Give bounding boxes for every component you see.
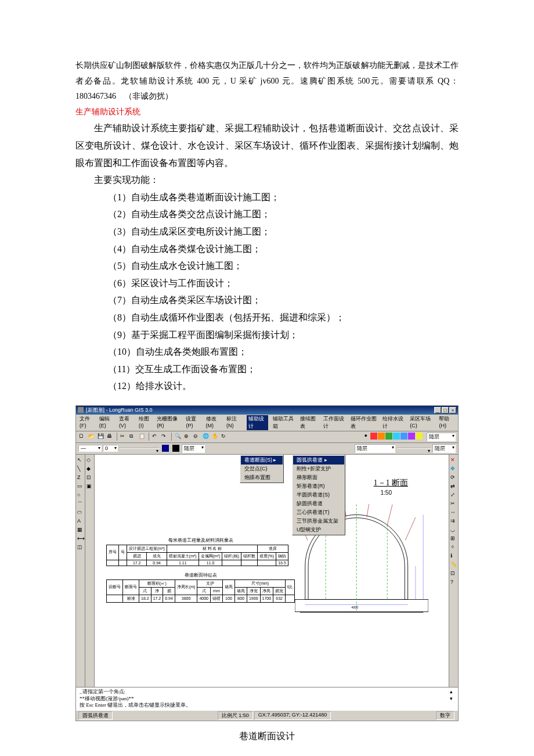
color-green[interactable] — [385, 433, 392, 440]
menu-file[interactable]: 文件(F) — [80, 415, 95, 430]
color-red[interactable] — [370, 433, 377, 440]
rotate-icon[interactable]: ⟳ — [450, 474, 457, 481]
submenu1-item[interactable]: 炮眼布置图 — [241, 473, 283, 482]
scale-icon[interactable]: ⤢ — [450, 491, 457, 499]
color-orange[interactable] — [378, 433, 385, 440]
block-icon[interactable]: ◫ — [77, 543, 84, 551]
submenu1-item[interactable]: 交岔点(C) — [241, 465, 283, 473]
move-icon[interactable]: ✥ — [450, 465, 457, 473]
redo-icon[interactable]: ↷ — [161, 433, 169, 441]
menu-connection[interactable]: 接续图表 — [300, 415, 318, 430]
submenu2-item[interactable]: 三节拱形金属支架 — [293, 517, 344, 525]
command-line[interactable]: _请指定第一个角点: **移动视图(漫游/pan)** 按 Esc Enter … — [76, 687, 458, 710]
world-icon[interactable]: 🌐 — [202, 433, 210, 441]
copy-icon[interactable]: ⧉ — [129, 433, 137, 441]
hatch-icon[interactable]: ▦ — [77, 526, 84, 534]
poly-icon[interactable]: Z — [77, 474, 84, 481]
paste-icon[interactable]: 📋 — [138, 433, 146, 441]
menu-yard[interactable]: 采区车场(C) — [410, 415, 434, 430]
menu-toolbox[interactable]: 辅助工具箱 — [273, 415, 295, 430]
submenu2-item[interactable]: 缺圆拱巷道 — [293, 499, 344, 508]
submenu2-item[interactable]: 半圆拱巷道(S) — [293, 491, 344, 499]
trim-icon[interactable]: ✂ — [450, 500, 457, 507]
layer-color-icon[interactable] — [162, 445, 169, 452]
ellipse-icon[interactable]: ⬭ — [77, 509, 84, 516]
offset-icon[interactable]: ⇉ — [450, 517, 457, 525]
close-button[interactable]: × — [449, 407, 456, 413]
color-purple[interactable] — [408, 433, 415, 440]
status-bar: 圆弧拱巷道 比例尺 1:50 GX:7.495037; GY:-12.42148… — [76, 710, 458, 721]
menu-face[interactable]: 工作面设计 — [323, 415, 346, 430]
width-dropdown[interactable]: 0 — [103, 445, 118, 452]
open-icon[interactable]: 📂 — [88, 433, 96, 441]
print-icon[interactable]: 🖶 — [106, 433, 114, 441]
submenu1-item[interactable]: 巷道断面(S) ▸ — [241, 456, 283, 465]
zoom-icon[interactable]: 🔍 — [174, 433, 182, 441]
props-icon[interactable]: ℹ — [450, 552, 457, 560]
menu-label[interactable]: 标注(N) — [226, 415, 242, 430]
submenu2-item[interactable]: 梯形断面 — [293, 473, 344, 482]
cut-icon[interactable]: ✂ — [120, 433, 128, 441]
menu-auxdesign[interactable]: 辅助设计 — [247, 415, 268, 430]
zoom-out-icon[interactable]: ⊖ — [193, 433, 201, 441]
menu-raster[interactable]: 光栅图像(R) — [157, 415, 181, 430]
pointer-icon[interactable]: ↖ — [77, 456, 84, 464]
zoomext-icon[interactable]: ⊡ — [450, 570, 457, 577]
menu-help[interactable]: 帮助(H) — [439, 415, 454, 430]
menu-modify[interactable]: 修改(M) — [206, 415, 222, 430]
linetype-dropdown[interactable] — [119, 448, 160, 449]
array-icon[interactable]: ⊞ — [450, 535, 457, 542]
snap3-icon[interactable]: ⊡ — [86, 474, 93, 481]
help2-icon[interactable]: ? — [450, 578, 457, 586]
menu-draw[interactable]: 绘图(I) — [139, 415, 152, 430]
submenu2-item[interactable]: U型钢支护 — [293, 525, 344, 534]
color-yellow[interactable] — [416, 433, 423, 440]
submenu2-item[interactable]: 圆弧拱巷道 ▸ — [293, 456, 344, 465]
undo-icon[interactable]: ↶ — [151, 433, 160, 441]
color-cyan[interactable] — [393, 433, 400, 440]
extend-icon[interactable]: ↔ — [450, 509, 457, 516]
explode-icon[interactable]: ✧ — [450, 543, 457, 551]
fillet-icon[interactable]: ◡ — [450, 526, 457, 534]
left-toolbar: ↖ ╲ Z ▭ ○ ⌒ ⬭ A ▦ ⟷ ◫ — [76, 455, 85, 687]
line-icon[interactable]: ╲ — [77, 465, 84, 473]
new-icon[interactable]: 🗋 — [78, 433, 86, 441]
circle-icon[interactable]: ○ — [77, 491, 84, 499]
menu-drainage[interactable]: 给排水设计 — [383, 415, 405, 430]
layer-dropdown-4[interactable] — [396, 448, 431, 449]
menu-settings[interactable]: 设置(P) — [186, 415, 201, 430]
delete-icon[interactable]: ✕ — [450, 456, 457, 464]
pan-icon[interactable]: ✋ — [211, 433, 219, 441]
text-icon[interactable]: A — [77, 517, 84, 525]
rect-icon[interactable]: ▭ — [77, 483, 84, 490]
measure-icon[interactable]: 📏 — [450, 561, 457, 568]
layer-dropdown-1[interactable]: 随层 — [427, 433, 456, 441]
arc-icon[interactable]: ⌒ — [77, 500, 84, 507]
section-drawing-title: 1－1 断面 — [374, 478, 409, 488]
save-icon[interactable]: 💾 — [97, 433, 105, 441]
submenu2-item[interactable]: 矩形巷道(R) — [293, 482, 344, 491]
maximize-button[interactable]: □ — [442, 407, 449, 413]
menu-cycle[interactable]: 循环作业图表 — [351, 415, 378, 430]
submenu2-item[interactable]: 刚性+折梁支护 — [293, 465, 344, 473]
submenu2-item[interactable]: 三心拱巷道(T) — [293, 508, 344, 517]
refresh-icon[interactable]: ↻ — [221, 433, 229, 441]
menu-view[interactable]: 查看(V) — [119, 415, 134, 430]
layer-dropdown-3[interactable]: 随层 — [355, 444, 395, 453]
layer-dropdown-2[interactable]: 随层 — [182, 444, 205, 453]
color-blue[interactable] — [400, 433, 407, 440]
drawing-canvas[interactable]: 巷道断面(S) ▸ 交岔点(C) 炮眼布置图 圆弧拱巷道 ▸ 刚性+折梁支护 梯… — [95, 455, 449, 687]
scroll-up-icon[interactable]: ▴▾ — [448, 689, 454, 709]
snap-icon[interactable]: ◇ — [86, 456, 93, 464]
menu-edit[interactable]: 编辑(E) — [99, 415, 114, 430]
snap2-icon[interactable]: ◆ — [86, 465, 93, 473]
snap4-icon[interactable]: ▣ — [86, 483, 93, 490]
table-1: 序号 号 设计掘进工程量(m³) 材 料 名 称 道床 掘进填充 喷射混凝土(m… — [106, 545, 288, 566]
zoom-in-icon[interactable]: ⊕ — [183, 433, 192, 441]
mirror-icon[interactable]: ⇄ — [450, 483, 457, 490]
layer-color2-icon[interactable] — [172, 445, 179, 452]
minimize-button[interactable]: _ — [434, 407, 441, 413]
style-dropdown[interactable]: — — [78, 445, 102, 452]
dim-icon[interactable]: ⟷ — [77, 535, 84, 542]
layer-dropdown-5[interactable]: 随层 — [432, 444, 456, 453]
